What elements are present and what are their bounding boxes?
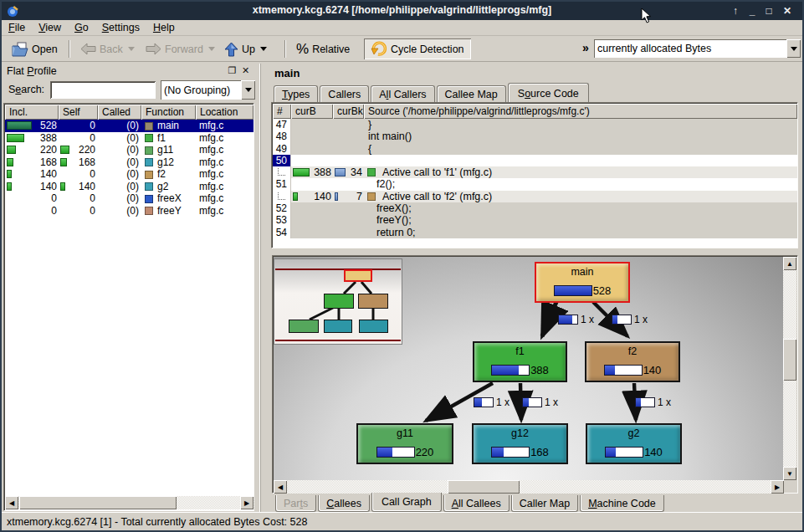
scroll-down-icon[interactable]: ▼: [783, 467, 796, 480]
flat-profile-row-g2[interactable]: 140140(0)g2mfg.c: [5, 181, 253, 193]
relative-label: Relative: [312, 43, 350, 55]
scroll-thumb[interactable]: [19, 496, 177, 509]
keep-above-button[interactable]: ↑: [729, 4, 742, 18]
forward-dropdown-icon[interactable]: [208, 47, 215, 51]
event-type-dropdown-icon[interactable]: [786, 39, 801, 58]
graph-node-f1[interactable]: f1388: [473, 341, 567, 382]
scroll-left-icon[interactable]: ◀: [5, 496, 18, 509]
back-dropdown-icon[interactable]: [128, 47, 135, 51]
minimap-node-g2: [359, 320, 388, 333]
forward-label: Forward: [165, 43, 203, 55]
call-graph-overview[interactable]: [274, 258, 402, 345]
tab-all-callees[interactable]: All Callees: [443, 495, 510, 512]
col-line[interactable]: #: [273, 104, 291, 119]
menu-help[interactable]: Help: [146, 20, 182, 33]
edge-label-f1-g11: 1 x: [474, 396, 510, 408]
scroll-right-icon[interactable]: ▶: [240, 496, 253, 509]
grouping-select[interactable]: (No Grouping): [161, 80, 255, 100]
flat-profile-row-f2[interactable]: 1400(0)f2mfg.c: [5, 168, 253, 181]
col-curbk[interactable]: curBk: [333, 104, 364, 119]
source-call-row[interactable]: 1407Active call to 'f2' (mfg.c): [273, 191, 797, 202]
source-line-row[interactable]: 52freeX();: [273, 202, 797, 214]
menu-settings[interactable]: Settings: [95, 20, 146, 33]
event-type-select[interactable]: currently allocated Bytes: [594, 39, 801, 58]
source-line-row[interactable]: 51f2();: [273, 178, 797, 190]
tab-machine-code[interactable]: Machine Code: [580, 495, 664, 512]
scroll-right-icon[interactable]: ▶: [771, 480, 784, 494]
relative-button[interactable]: % Relative: [293, 38, 353, 59]
call-graph-canvas[interactable]: main528f1388f2140g11220g12168g2140 1 x1 …: [274, 257, 784, 480]
vertical-splitter[interactable]: [255, 64, 271, 512]
scroll-thumb[interactable]: [783, 339, 796, 381]
flat-profile-row-f1[interactable]: 3880(0)f1mfg.c: [5, 132, 253, 145]
tab-callers[interactable]: Callers: [320, 85, 369, 102]
tab-source-code[interactable]: Source Code: [508, 83, 589, 102]
back-button[interactable]: Back: [77, 38, 138, 59]
title-bar[interactable]: xtmemory.kcg.6274 [/home/philippe/valgri…: [2, 2, 802, 20]
col-self[interactable]: Self: [59, 105, 98, 120]
col-called[interactable]: Called: [98, 105, 141, 120]
flat-profile-row-freeX[interactable]: 00(0)freeXmfg.c: [5, 192, 253, 205]
flat-profile-row-main[interactable]: 5280(0)mainmfg.c: [5, 120, 253, 132]
tab-parts[interactable]: Parts: [275, 495, 316, 512]
graph-node-main[interactable]: main528: [535, 262, 630, 303]
tab-caller-map[interactable]: Caller Map: [511, 495, 578, 512]
tab-call-graph[interactable]: Call Graph: [371, 493, 442, 512]
forward-icon: [146, 43, 161, 55]
graph-node-g12[interactable]: g12168: [472, 423, 568, 464]
source-line-row[interactable]: 50f1();: [273, 155, 797, 166]
call-graph-panel: main528f1388f2140g11220g12168g2140 1 x1 …: [272, 255, 798, 494]
tab-types[interactable]: Types: [274, 85, 318, 102]
source-call-row[interactable]: 38834Active call to 'f1' (mfg.c): [273, 166, 797, 178]
cycle-detection-button[interactable]: Cycle Detection: [364, 38, 471, 59]
edge-label-main-f2: 1 x: [612, 314, 648, 325]
menu-file[interactable]: File: [2, 20, 32, 33]
grouping-value: (No Grouping): [161, 84, 241, 96]
scroll-up-icon[interactable]: ▲: [783, 257, 796, 270]
col-function[interactable]: Function: [141, 105, 196, 120]
tab-all-callers[interactable]: All Callers: [371, 85, 434, 102]
tab-callees[interactable]: Callees: [318, 495, 370, 512]
status-bar: xtmemory.kcg.6274 [1] - Total currently …: [2, 512, 802, 532]
application-window: xtmemory.kcg.6274 [/home/philippe/valgri…: [0, 0, 804, 532]
mouse-cursor: [641, 8, 653, 24]
flat-profile-row-g11[interactable]: 220220(0)g11mfg.c: [5, 144, 253, 156]
toolbar-overflow-chevron[interactable]: »: [582, 41, 589, 54]
tab-callee-map[interactable]: Callee Map: [437, 85, 506, 102]
forward-button[interactable]: Forward: [142, 38, 218, 59]
dock-float-icon[interactable]: ❐: [227, 65, 238, 76]
graph-node-g11[interactable]: g11220: [356, 423, 453, 464]
source-line-row[interactable]: 49{: [273, 143, 797, 155]
source-line-row[interactable]: 48int main(): [273, 130, 797, 142]
graph-node-f2[interactable]: f2140: [585, 341, 680, 382]
graph-node-g2[interactable]: g2140: [586, 423, 682, 464]
close-button[interactable]: ✕: [781, 4, 794, 18]
col-source[interactable]: Source ('/home/philippe/valgrind/littlep…: [364, 104, 797, 119]
open-button[interactable]: Open: [8, 38, 61, 59]
up-button[interactable]: Up: [221, 38, 270, 59]
minimap-node-f2: [358, 294, 388, 309]
source-line-row[interactable]: 54return 0;: [273, 227, 797, 238]
flat-profile-row-g12[interactable]: 168168(0)g12mfg.c: [5, 156, 253, 169]
flat-profile-header: Incl. Self Called Function Location: [5, 105, 253, 120]
edge-label-f1-g12: 1 x: [522, 396, 558, 408]
menu-go[interactable]: Go: [68, 20, 95, 33]
up-dropdown-icon[interactable]: [260, 47, 267, 51]
dock-title-label: Flat Profile: [7, 65, 57, 77]
col-incl[interactable]: Incl.: [5, 105, 59, 120]
menu-view[interactable]: View: [32, 20, 68, 33]
flat-profile-dock-title[interactable]: Flat Profile ❐ ✕: [3, 64, 254, 79]
grouping-dropdown-icon[interactable]: [241, 80, 255, 100]
source-line-row[interactable]: 53freeY();: [273, 214, 797, 226]
minimize-button[interactable]: _: [745, 4, 759, 18]
scroll-thumb[interactable]: [448, 480, 520, 494]
col-curb[interactable]: curB: [291, 104, 333, 119]
maximize-button[interactable]: □: [762, 4, 776, 18]
source-line-row[interactable]: 47}: [273, 119, 797, 130]
open-icon: [12, 42, 28, 57]
flat-profile-row-freeY[interactable]: 00(0)freeYmfg.c: [5, 205, 253, 217]
scroll-left-icon[interactable]: ◀: [274, 480, 287, 494]
dock-close-icon[interactable]: ✕: [240, 65, 251, 76]
search-input[interactable]: [50, 81, 156, 99]
col-location[interactable]: Location: [196, 105, 253, 120]
